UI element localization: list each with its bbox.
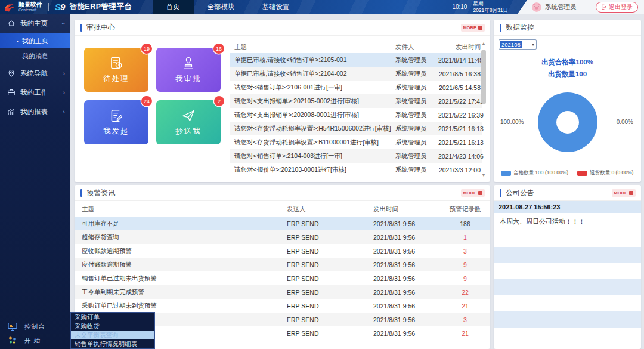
approval-row[interactable]: 请您对<销售订单>:2106-001进行[一审]系统管理员2021/6/5 14… bbox=[230, 81, 482, 94]
company-logo-icon bbox=[4, 2, 16, 13]
empty-row bbox=[494, 247, 641, 263]
alert-record-count: 1 bbox=[447, 234, 483, 241]
menu-item-purchase-receipt[interactable]: 采购收货 bbox=[71, 322, 154, 331]
nav-item-base-settings[interactable]: 基础设置 bbox=[249, 0, 304, 14]
approval-time: 2021/5/22 16:39 bbox=[438, 112, 482, 119]
empty-row bbox=[494, 263, 641, 279]
approval-sender: 系统管理员 bbox=[395, 97, 438, 106]
clock: 10:10 bbox=[452, 4, 467, 10]
scroll-down-icon[interactable]: ▼ bbox=[481, 173, 487, 177]
alert-subject: 应付账款逾期预警 bbox=[82, 261, 287, 269]
alert-subject: 销售订单已过期未出货预警 bbox=[82, 274, 287, 283]
brand: 顺景软件 Centersoft S9 智能ERP管理平台 bbox=[0, 0, 132, 14]
monitor-summary: 出货合格率100% 出货数量100 bbox=[494, 57, 641, 80]
alerts-panel-header: 预警资讯 MORE bbox=[75, 185, 490, 201]
sidebar-subitem-my-home-page[interactable]: -我的主页 bbox=[0, 33, 70, 48]
approval-table-scrollbar[interactable]: ▲ ▼ bbox=[481, 41, 487, 177]
footer-item-start[interactable]: 开 始 bbox=[0, 333, 70, 347]
scrollbar-thumb[interactable] bbox=[481, 50, 486, 104]
avatar[interactable] bbox=[532, 2, 541, 12]
approval-sender: 系统管理员 bbox=[395, 138, 438, 147]
footer-item-label: 开 始 bbox=[24, 336, 41, 345]
menu-item-outstanding-balance-query[interactable]: 未交平衡表查询 bbox=[71, 331, 154, 339]
alert-row[interactable]: 销售订单已过期未出货预警ERP SEND2021/8/31 9:569 bbox=[75, 271, 490, 285]
sidebar-footer: 控制台开 始 bbox=[0, 320, 70, 347]
sidebar-item-my-home[interactable]: 我的主页› bbox=[0, 14, 70, 33]
data-monitor-panel: 数据监控 202108 ▾ 出货合格率100% 出货数量100 100.00% … bbox=[494, 20, 641, 182]
footer-item-console[interactable]: 控制台 bbox=[0, 320, 70, 333]
alerts-more-button[interactable]: MORE bbox=[461, 189, 485, 197]
notice-more-button[interactable]: MORE bbox=[612, 189, 636, 197]
alert-record-count: 186 bbox=[447, 220, 483, 227]
alert-sender: ERP SEND bbox=[287, 220, 373, 227]
approval-row[interactable]: 请您对<支出报销单>:202008-0001进行[审核]系统管理员2021/5/… bbox=[230, 108, 482, 122]
sidebar-item-my-work[interactable]: 我的工作› bbox=[0, 83, 70, 102]
alert-row[interactable]: 工令单到期未完成预警ERP SEND2021/8/31 9:5622 bbox=[75, 285, 490, 299]
column-header: 主题 bbox=[230, 43, 395, 51]
alert-subject: 应收账款逾期预警 bbox=[82, 247, 287, 255]
chevron-right-icon: › bbox=[63, 70, 65, 77]
legend-swatch bbox=[577, 171, 587, 176]
tile-my-initiated[interactable]: 我发起24 bbox=[84, 100, 148, 144]
approval-sender: 系统管理员 bbox=[395, 125, 438, 133]
username: 系统管理员 bbox=[545, 3, 577, 11]
approval-row[interactable]: 请您对<存货浮动耗损率设置>:B11000001进行[审核]系统管理员2021/… bbox=[230, 135, 482, 149]
menu-item-purchase-order[interactable]: 采购订单 bbox=[71, 313, 154, 322]
alert-row[interactable]: 采购订单已过期未到货预警ERP SEND2021/8/31 9:5621 bbox=[75, 299, 490, 313]
tile-cc-me[interactable]: 抄送我2 bbox=[156, 100, 221, 144]
approval-row[interactable]: 请您对<销售订单>:2104-003进行[一审]系统管理员2021/4/23 1… bbox=[230, 149, 482, 163]
approval-more-button[interactable]: MORE bbox=[461, 24, 485, 32]
approval-sender: 系统管理员 bbox=[395, 152, 438, 160]
alert-record-count: 21 bbox=[447, 330, 483, 337]
approval-subject: 请您对<存货浮动耗损率设置>:B11000001进行[审核] bbox=[230, 138, 395, 147]
approval-row[interactable]: 请您对<存货浮动耗损率设置>:H54R15006002进行[审核]系统管理员20… bbox=[230, 122, 482, 135]
subitem-dash: - bbox=[17, 37, 19, 44]
legend-label: 合格数量 100 (100.00%) bbox=[513, 169, 568, 177]
alert-time: 2021/8/31 9:56 bbox=[373, 275, 447, 282]
alert-sender: ERP SEND bbox=[287, 316, 373, 323]
legend-item: 合格数量 100 (100.00%) bbox=[501, 169, 568, 177]
legend-label: 退货数量 0 (0.00%) bbox=[590, 169, 633, 177]
context-popup-menu: 采购订单采购收货未交平衡表查询销售单执行情况明细表 bbox=[70, 312, 155, 349]
legend-swatch bbox=[501, 171, 511, 176]
alerts-table-header: 主题发送人发出时间预警记录数 bbox=[75, 202, 490, 217]
brand-name-en: Centersoft bbox=[18, 8, 42, 12]
sidebar-item-system-nav[interactable]: 系统导航› bbox=[0, 64, 70, 83]
monitor-panel-header: 数据监控 bbox=[494, 20, 641, 36]
notice-content[interactable]: 本周六、周日公司活动！！！ bbox=[494, 213, 641, 247]
menu-item-sales-order-execution-report[interactable]: 销售单执行情况明细表 bbox=[71, 339, 154, 348]
approval-row[interactable]: 请您对<支出报销单>:202105-0002进行[审核]系统管理员2021/5/… bbox=[230, 94, 482, 108]
approval-row[interactable]: 单据已审核,请接收<销售订单>:2105-001系统管理员2021/8/14 1… bbox=[230, 53, 482, 67]
more-icon bbox=[478, 26, 482, 30]
title-accent-bar bbox=[80, 24, 82, 32]
alert-row[interactable]: 超储存货查询ERP SEND2021/8/31 9:561 bbox=[75, 230, 490, 244]
chevron-right-icon: › bbox=[63, 89, 65, 96]
approval-row[interactable]: 单据已审核,请接收<销售订单>:2104-002系统管理员2021/8/5 16… bbox=[230, 67, 482, 81]
alert-subject: 可用库存不足 bbox=[82, 220, 287, 228]
alert-subject: 采购订单已过期未到货预警 bbox=[82, 302, 287, 310]
doc-clock-icon bbox=[109, 55, 124, 71]
nav-item-all-modules[interactable]: 全部模块 bbox=[194, 0, 249, 14]
alert-time: 2021/8/31 9:56 bbox=[373, 316, 447, 323]
title-accent-bar bbox=[500, 189, 501, 197]
tile-label: 待处理 bbox=[103, 74, 129, 84]
sidebar-item-my-reports[interactable]: 我的报表› bbox=[0, 102, 70, 121]
sidebar-subitem-label: 我的消息 bbox=[22, 52, 48, 61]
alert-row[interactable]: 应收账款逾期预警ERP SEND2021/8/31 9:563 bbox=[75, 244, 490, 258]
briefcase-icon bbox=[7, 88, 16, 97]
alert-row[interactable]: 可用库存不足ERP SEND2021/8/31 9:56186 bbox=[75, 217, 490, 230]
top-nav: 首页全部模块基础设置 bbox=[153, 0, 304, 14]
alert-row[interactable]: 应付账款逾期预警ERP SEND2021/8/31 9:569 bbox=[75, 258, 490, 271]
legend-item: 退货数量 0 (0.00%) bbox=[577, 169, 633, 177]
nav-item-home[interactable]: 首页 bbox=[153, 0, 194, 14]
ship-pass-rate: 出货合格率100% bbox=[494, 57, 641, 69]
tile-pending[interactable]: 待处理19 bbox=[84, 48, 148, 92]
tile-my-approvals[interactable]: 我审批16 bbox=[156, 48, 221, 92]
period-select[interactable]: 202108 ▾ bbox=[499, 39, 537, 50]
alert-record-count: 22 bbox=[447, 289, 483, 296]
scroll-up-icon[interactable]: ▲ bbox=[481, 41, 487, 45]
approval-row[interactable]: 请您对<报价单>:202103-0001进行[审核]系统管理员2021/3/3 … bbox=[230, 163, 482, 177]
alert-record-count: 3 bbox=[447, 316, 483, 323]
sidebar-subitem-my-messages[interactable]: -我的消息 bbox=[0, 48, 70, 64]
logout-button[interactable]: 退出登录 bbox=[596, 2, 638, 13]
